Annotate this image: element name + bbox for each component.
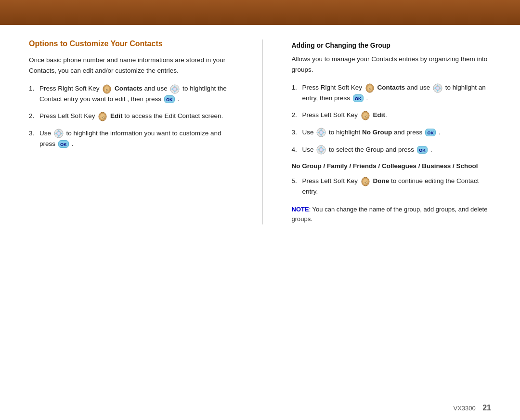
right-steps-list: Press Right Soft Key ▷ Contacts and use <box>292 82 492 155</box>
note-text: : You can change the name of the group, … <box>292 206 488 223</box>
left-soft-key-icon-3: ◁ <box>361 177 370 186</box>
right-step-1-content: Press Right Soft Key ▷ Contacts and use <box>302 82 492 103</box>
ok-icon-5: OK <box>417 146 428 154</box>
left-soft-key-icon-2: ◁ <box>361 111 370 120</box>
right-step-2: Press Left Soft Key ◁ Edit. <box>292 110 492 120</box>
nav-icon-1 <box>170 84 180 94</box>
right-step-5: Press Left Soft Key ◁ Done to continue e… <box>292 176 492 197</box>
right-step-1: Press Right Soft Key ▷ Contacts and use <box>292 82 492 103</box>
subsection-intro: Allows you to manage your Contacts entri… <box>292 54 492 75</box>
ok-icon-4: OK <box>425 129 436 136</box>
left-step-3-content: Use to highlight the information you <box>39 128 229 149</box>
no-group-bold: No Group <box>362 129 392 136</box>
right-step-3-content: Use to highlight No Group and press <box>302 127 492 138</box>
ok-icon-2: OK <box>58 140 69 148</box>
subsection-title: Adding or Changing the Group <box>292 41 492 49</box>
note-label: NOTE <box>292 206 309 213</box>
intro-text: Once basic phone number and name informa… <box>29 55 229 76</box>
left-step-3: Use to highlight the information you <box>29 128 229 149</box>
right-step-4-content: Use to select the Group and press <box>302 144 492 155</box>
right-step-3: Use to highlight No Group and press <box>292 127 492 138</box>
ok-icon-3: OK <box>353 94 364 102</box>
svg-point-15 <box>57 132 60 135</box>
right-step-2-content: Press Left Soft Key ◁ Edit. <box>302 110 492 120</box>
edit-bold-2: Edit <box>373 111 386 118</box>
right-soft-key-icon-2: ▷ <box>365 83 375 93</box>
nav-icon-2 <box>54 129 64 138</box>
left-column: Options to Customize Your Contacts Once … <box>29 39 238 224</box>
contacts-bold-1: Contacts <box>115 85 143 92</box>
contacts-bold-2: Contacts <box>377 84 405 91</box>
edit-bold-1: Edit <box>110 112 123 119</box>
footer-model: VX3300 <box>453 405 475 412</box>
right-soft-key-icon: ▷ <box>102 84 112 94</box>
left-step-2-content: Press Left Soft Key ◁ Edit to access the… <box>39 111 229 121</box>
right-step-4: Use to select the Group and press <box>292 144 492 155</box>
note-section: NOTE: You can change the name of the gro… <box>292 205 492 225</box>
header-bar <box>0 0 520 25</box>
left-step-1-content: Press Right Soft Key ▷ Contacts and use <box>39 83 229 104</box>
ok-icon-1: OK <box>164 95 175 103</box>
right-steps-list-2: Press Left Soft Key ◁ Done to continue e… <box>292 176 492 197</box>
nav-icon-4 <box>316 128 326 137</box>
content-area: Options to Customize Your Contacts Once … <box>0 25 520 234</box>
done-bold: Done <box>373 177 390 184</box>
svg-point-35 <box>320 131 323 134</box>
right-column: Adding or Changing the Group Allows you … <box>287 39 492 224</box>
svg-point-25 <box>436 87 439 90</box>
section-title: Options to Customize Your Contacts <box>29 39 229 48</box>
nav-icon-3 <box>433 83 442 93</box>
svg-point-42 <box>320 148 323 151</box>
left-step-2: Press Left Soft Key ◁ Edit to access the… <box>29 111 229 121</box>
footer: VX3300 21 <box>453 404 491 412</box>
footer-page: 21 <box>482 404 491 412</box>
right-step-5-content: Press Left Soft Key ◁ Done to continue e… <box>302 176 492 197</box>
left-steps-list: Press Right Soft Key ▷ Contacts and use <box>29 83 229 149</box>
group-bold-text: No Group / Family / Friends / Colleagues… <box>292 161 492 171</box>
svg-point-5 <box>173 88 176 91</box>
left-soft-key-icon-1: ◁ <box>98 112 107 121</box>
column-divider <box>262 39 263 224</box>
nav-icon-5 <box>316 145 326 155</box>
left-step-1: Press Right Soft Key ▷ Contacts and use <box>29 83 229 104</box>
